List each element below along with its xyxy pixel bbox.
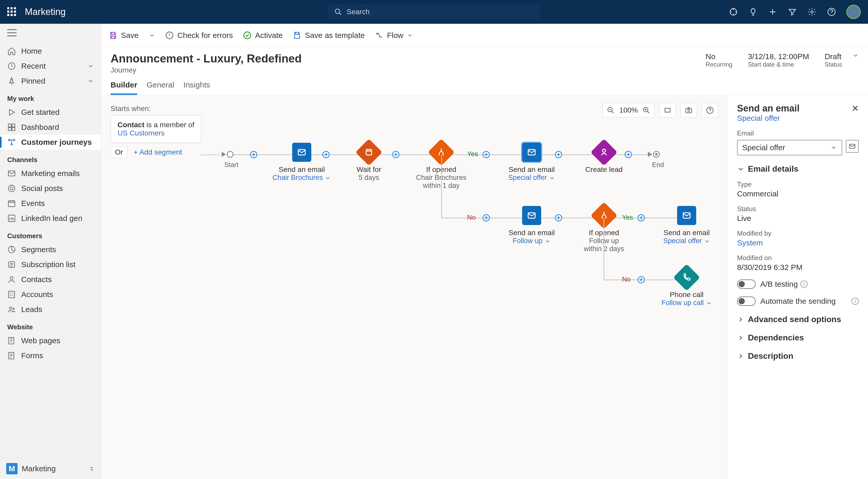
- advanced-send-toggle[interactable]: Advanced send options: [737, 315, 859, 324]
- target-icon[interactable]: [728, 7, 738, 17]
- automate-row: Automate the sending i: [737, 297, 859, 306]
- nav-contacts[interactable]: Contacts: [0, 272, 101, 287]
- automate-toggle[interactable]: [737, 297, 755, 306]
- nav-accounts[interactable]: Accounts: [0, 287, 101, 302]
- node-link[interactable]: Follow up: [501, 237, 563, 245]
- node-send-email-follow-up[interactable]: Send an email Follow up: [501, 206, 563, 245]
- svg-point-36: [602, 149, 606, 152]
- description-toggle[interactable]: Description: [737, 351, 859, 361]
- fit-screen-button[interactable]: [659, 103, 676, 117]
- properties-panel: Send an email✕ Special offer Email Speci…: [727, 95, 868, 479]
- svg-point-19: [10, 277, 13, 279]
- save-dropdown[interactable]: [149, 32, 155, 38]
- yes-label: Yes: [622, 213, 633, 221]
- add-node-button[interactable]: [638, 214, 645, 221]
- ab-testing-toggle[interactable]: [737, 279, 755, 289]
- svg-rect-29: [665, 108, 670, 112]
- node-title: Phone call: [656, 290, 718, 299]
- journey-start-node[interactable]: [227, 151, 234, 158]
- node-wait[interactable]: Wait for 5 days: [343, 143, 395, 182]
- canvas-help-button[interactable]: [702, 103, 718, 117]
- nav-customer-journeys[interactable]: Customer journeys: [0, 135, 101, 150]
- user-avatar[interactable]: [846, 5, 861, 19]
- node-link[interactable]: Chair Brochures: [271, 174, 333, 182]
- nav-social-posts[interactable]: Social posts: [0, 181, 101, 196]
- node-create-lead[interactable]: Create lead: [573, 143, 635, 174]
- node-link[interactable]: Special offer: [656, 237, 718, 245]
- nav-marketing-emails[interactable]: Marketing emails: [0, 166, 101, 181]
- tab-general[interactable]: General: [147, 80, 174, 95]
- modby-value[interactable]: System: [737, 238, 859, 247]
- nav-pinned[interactable]: Pinned: [0, 74, 101, 89]
- add-node-button[interactable]: [555, 214, 562, 221]
- segment-card[interactable]: Contact is a member of US Customers: [111, 115, 201, 143]
- node-send-email-special-2[interactable]: Send an email Special offer: [656, 206, 718, 245]
- tab-insights[interactable]: Insights: [183, 80, 210, 95]
- add-node-button[interactable]: [555, 151, 562, 158]
- nav-get-started[interactable]: Get started: [0, 105, 101, 120]
- node-phone-call[interactable]: Phone call Follow up call: [656, 268, 718, 307]
- nav-footer[interactable]: M Marketing: [0, 458, 101, 479]
- zoom-out-icon[interactable]: [607, 106, 615, 114]
- check-errors-button[interactable]: Check for errors: [165, 31, 233, 40]
- nav-forms[interactable]: Forms: [0, 348, 101, 363]
- app-launcher-icon[interactable]: [7, 7, 17, 16]
- plus-icon[interactable]: [768, 7, 778, 17]
- journey-canvas[interactable]: 100% Starts when: Contact is a member of…: [101, 95, 727, 479]
- add-node-button[interactable]: [392, 151, 399, 158]
- email-label: Email: [737, 129, 859, 137]
- info-icon[interactable]: i: [800, 280, 808, 288]
- info-icon[interactable]: i: [851, 298, 859, 305]
- save-button[interactable]: Save: [109, 31, 138, 40]
- help-icon[interactable]: [827, 7, 836, 17]
- nav-section-channels: Channels: [0, 150, 101, 166]
- dependencies-toggle[interactable]: Dependencies: [737, 333, 859, 342]
- nav-linkedin[interactable]: LinkedIn lead gen: [0, 211, 101, 226]
- svg-rect-23: [9, 337, 14, 344]
- close-panel-button[interactable]: ✕: [852, 103, 859, 113]
- type-value: Commercial: [737, 190, 859, 198]
- nav-collapse-button[interactable]: [0, 24, 101, 44]
- add-node-button[interactable]: [483, 214, 490, 221]
- add-node-button[interactable]: [250, 151, 257, 158]
- nav-web-pages[interactable]: Web pages: [0, 333, 101, 348]
- add-node-button[interactable]: [638, 276, 645, 283]
- tab-builder[interactable]: Builder: [111, 80, 137, 95]
- filter-icon[interactable]: [787, 7, 797, 17]
- node-link[interactable]: Special offer: [501, 174, 563, 182]
- expand-header-button[interactable]: [852, 52, 859, 60]
- nav-leads[interactable]: Leads: [0, 302, 101, 317]
- activate-button[interactable]: Activate: [243, 31, 283, 40]
- email-details-toggle[interactable]: Email details: [737, 164, 859, 174]
- preview-email-button[interactable]: [846, 140, 859, 153]
- node-link[interactable]: Follow up call: [656, 299, 718, 307]
- node-title: Send an email: [501, 165, 563, 174]
- nav-subscription-list[interactable]: Subscription list: [0, 257, 101, 272]
- nav-segments[interactable]: Segments: [0, 242, 101, 257]
- add-node-button[interactable]: [322, 151, 330, 158]
- panel-link[interactable]: Special offer: [737, 114, 780, 122]
- save-as-template-button[interactable]: Save as template: [293, 31, 365, 40]
- zoom-in-icon[interactable]: [643, 106, 650, 114]
- lightbulb-icon[interactable]: [748, 7, 758, 17]
- gear-icon[interactable]: [807, 7, 817, 17]
- node-send-email-1[interactable]: Send an email Chair Brochures: [271, 143, 333, 182]
- add-segment-button[interactable]: + Add segment: [133, 148, 182, 157]
- journey-end-node[interactable]: [653, 151, 660, 158]
- email-select[interactable]: Special offer: [737, 140, 842, 156]
- flow-button[interactable]: Flow: [375, 31, 413, 40]
- add-node-button[interactable]: [483, 151, 490, 158]
- start-value: 3/12/18, 12:00PM: [748, 52, 809, 61]
- snapshot-button[interactable]: [680, 103, 697, 117]
- nav-recent[interactable]: Recent: [0, 59, 101, 74]
- nav-dashboard[interactable]: Dashboard: [0, 120, 101, 135]
- add-node-button[interactable]: [625, 151, 632, 158]
- zoom-control[interactable]: 100%: [602, 103, 655, 117]
- nav-section-mywork: My work: [0, 89, 101, 105]
- nav-home[interactable]: Home: [0, 44, 101, 59]
- nav-section-website: Website: [0, 317, 101, 333]
- node-send-email-2-selected[interactable]: Send an email Special offer: [501, 143, 563, 182]
- nav-events[interactable]: Events: [0, 196, 101, 211]
- global-search[interactable]: Search: [328, 4, 540, 20]
- segment-link[interactable]: US Customers: [118, 129, 164, 137]
